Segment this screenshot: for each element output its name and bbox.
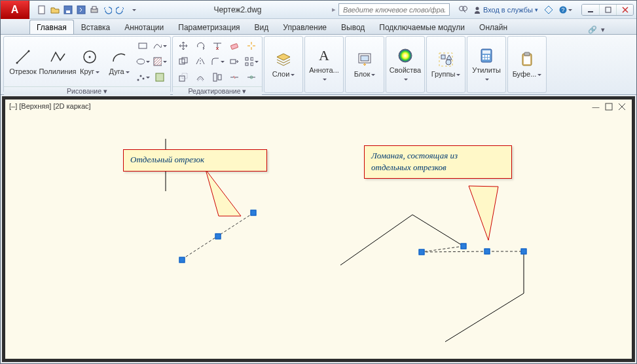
maximize-button[interactable]	[599, 5, 616, 15]
line-button[interactable]: Отрезок	[7, 40, 39, 83]
panel-utilities: Утилиты	[467, 36, 506, 93]
qat-save-icon[interactable]	[62, 4, 74, 16]
tab-online[interactable]: Онлайн	[472, 20, 515, 34]
svg-point-16	[89, 56, 91, 58]
clipboard-icon	[518, 50, 536, 69]
search-box[interactable]	[338, 3, 450, 16]
tab-annotations[interactable]: Аннотации	[117, 20, 171, 34]
grip[interactable]	[251, 210, 257, 216]
panel-properties: Свойства	[386, 36, 425, 93]
stretch-icon[interactable]	[227, 54, 242, 69]
exchange-icon[interactable]	[542, 3, 555, 16]
tab-plugins[interactable]: Подключаемые модули	[372, 20, 472, 34]
svg-rect-49	[482, 58, 484, 60]
qat-undo-icon[interactable]	[101, 4, 113, 16]
grip[interactable]	[484, 249, 490, 255]
svg-point-14	[28, 50, 30, 52]
layers-label: Слои	[272, 70, 295, 78]
trim-icon[interactable]	[209, 39, 225, 53]
fillet-icon[interactable]	[209, 54, 225, 69]
qat-print-icon[interactable]	[88, 4, 100, 16]
svg-rect-28	[246, 58, 248, 60]
tab-parametric[interactable]: Параметризация	[171, 20, 247, 34]
ribbon-tabs: Главная Вставка Аннотации Параметризация…	[1, 19, 636, 35]
point-icon[interactable]	[135, 70, 151, 84]
offset-icon[interactable]	[192, 70, 208, 84]
svg-rect-42	[441, 55, 445, 59]
search-input[interactable]	[342, 5, 446, 14]
tab-home[interactable]: Главная	[29, 20, 74, 34]
circle-button[interactable]: Круг	[76, 40, 103, 83]
block-button[interactable]: Блок	[348, 43, 381, 86]
svg-rect-51	[488, 58, 490, 60]
callout-right: Ломаная, состоящая из отдельных отрезков	[364, 145, 512, 179]
svg-point-22	[143, 78, 145, 80]
grip[interactable]	[179, 257, 185, 263]
qat-new-icon[interactable]	[36, 4, 48, 16]
panel-draw-title[interactable]: Рисование ▾	[4, 86, 170, 95]
tab-view[interactable]: Вид	[247, 20, 276, 34]
properties-button[interactable]: Свойства	[389, 43, 422, 86]
hatch-icon[interactable]	[152, 54, 168, 69]
quick-access-toolbar	[32, 4, 143, 16]
groups-button[interactable]: Группы	[429, 43, 462, 86]
arc-button[interactable]: Дуга	[105, 40, 133, 83]
tab-insert[interactable]: Вставка	[74, 20, 118, 34]
array-icon[interactable]	[244, 54, 259, 69]
properties-icon	[396, 46, 414, 65]
grip[interactable]	[521, 249, 527, 255]
polyline-button[interactable]: Полилиния	[41, 40, 74, 83]
svg-rect-54	[524, 56, 530, 64]
layers-button[interactable]: Слои	[267, 43, 300, 86]
move-icon[interactable]	[175, 39, 191, 53]
close-button[interactable]	[616, 5, 633, 15]
titlebar: A Чертеж2.dwg ▸ Вход в службы ▾ ?	[1, 1, 636, 19]
explode-icon[interactable]	[244, 39, 259, 53]
annotation-button[interactable]: A Аннота...	[308, 43, 340, 86]
grip[interactable]	[461, 244, 467, 249]
utilities-icon	[477, 46, 496, 65]
clipboard-button[interactable]: Буфе...	[511, 43, 543, 86]
svg-rect-0	[39, 6, 45, 14]
svg-rect-35	[218, 75, 221, 80]
grip[interactable]	[419, 249, 425, 255]
region-icon[interactable]	[152, 70, 168, 84]
ellipse-icon[interactable]	[135, 54, 151, 69]
break-icon[interactable]	[227, 70, 242, 84]
drawing-area-frame: [–] [Верхняя] [2D каркас] —	[2, 96, 635, 362]
app-menu-button[interactable]: A	[1, 1, 29, 19]
tab-output[interactable]: Вывод	[334, 20, 372, 34]
tab-minimize-icon[interactable]: ▾	[601, 26, 605, 34]
infocenter-search-icon[interactable]	[456, 3, 469, 16]
join-icon[interactable]	[244, 70, 259, 84]
qat-open-icon[interactable]	[49, 4, 61, 16]
help-icon[interactable]: ?	[559, 3, 572, 16]
svg-point-20	[137, 79, 139, 81]
drawing-canvas[interactable]: [–] [Верхняя] [2D каркас] —	[5, 100, 632, 359]
utilities-button[interactable]: Утилиты	[470, 43, 503, 86]
groups-label: Группы	[431, 70, 461, 78]
signin-link[interactable]: Вход в службы ▾	[473, 6, 538, 14]
align-icon[interactable]	[209, 70, 225, 84]
qat-saveas-icon[interactable]	[75, 4, 87, 16]
qat-redo-icon[interactable]	[115, 4, 126, 16]
scale-icon[interactable]	[175, 70, 191, 84]
search-expand-icon[interactable]: ▸	[332, 5, 336, 14]
arc-icon	[110, 48, 128, 66]
spline-icon[interactable]	[152, 39, 168, 53]
mirror-icon[interactable]	[192, 54, 208, 69]
svg-point-43	[446, 60, 451, 65]
rotate-icon[interactable]	[192, 39, 208, 53]
rectangle-icon[interactable]	[135, 39, 151, 53]
tab-manage[interactable]: Управление	[276, 20, 334, 34]
erase-icon[interactable]	[227, 39, 242, 53]
svg-rect-11	[588, 11, 593, 12]
panel-modify-title[interactable]: Редактирование ▾	[173, 86, 262, 95]
line-icon	[14, 48, 32, 66]
grip[interactable]	[215, 234, 221, 240]
copy-icon[interactable]	[175, 54, 191, 69]
minimize-button[interactable]	[582, 5, 599, 15]
tab-extra-icon[interactable]: 🔗	[588, 26, 597, 34]
layers-icon	[274, 50, 293, 69]
qat-customize-icon[interactable]	[128, 4, 139, 16]
